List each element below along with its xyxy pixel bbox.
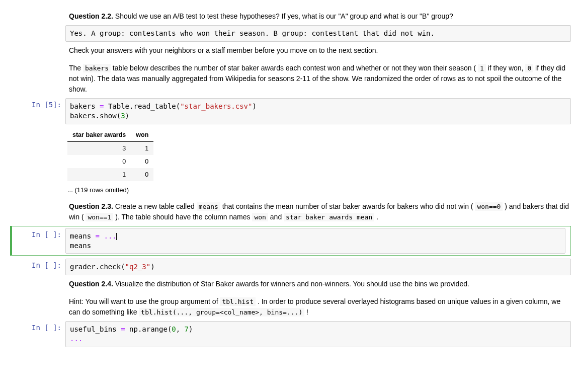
markdown-cell-q23: Question 2.3. Create a new table called … bbox=[0, 198, 576, 226]
answer-input[interactable]: Yes. A group: contestants who won their … bbox=[65, 25, 571, 42]
q22-label: Question 2.2. bbox=[69, 12, 113, 20]
q23-label: Question 2.3. bbox=[69, 202, 113, 210]
code-cell-grader[interactable]: In [ ]: grader.check("q2_3") bbox=[0, 259, 576, 275]
question-2-3: Question 2.3. Create a new table called … bbox=[69, 201, 571, 222]
prompt-5: In [5]: bbox=[0, 98, 65, 124]
notebook: Question 2.2. Should we use an A/B test … bbox=[0, 0, 576, 355]
col-star-baker: star baker awards bbox=[67, 128, 131, 142]
prompt-grader: In [ ]: bbox=[0, 259, 65, 275]
output-cell-5: star baker awards won 3 1 0 0 bbox=[0, 124, 576, 198]
bakers-table: star baker awards won 3 1 0 0 bbox=[67, 128, 153, 181]
table-row: 3 1 bbox=[67, 141, 153, 155]
markdown-cell-q22: Question 2.2. Should we use an A/B test … bbox=[0, 8, 576, 25]
table-row: 1 0 bbox=[67, 168, 153, 181]
one-code: 1 bbox=[478, 64, 486, 72]
code-cell-bins[interactable]: In [ ]: useful_bins = np.arange(0, 7) ..… bbox=[0, 321, 576, 347]
prompt-bins: In [ ]: bbox=[0, 321, 65, 347]
table-row: 0 0 bbox=[67, 155, 153, 168]
question-2-2: Question 2.2. Should we use an A/B test … bbox=[69, 11, 571, 22]
code-input-grader[interactable]: grader.check("q2_3") bbox=[65, 259, 571, 275]
code-input-means[interactable]: means = ... means bbox=[65, 228, 565, 254]
question-2-4: Question 2.4. Visualize the distribution… bbox=[69, 279, 571, 289]
code-cell-5[interactable]: In [5]: bakers = Table.read_table("star_… bbox=[0, 98, 576, 124]
code-input-bins[interactable]: useful_bins = np.arange(0, 7) ... bbox=[65, 321, 571, 347]
rows-omitted: ... (119 rows omitted) bbox=[67, 186, 571, 194]
markdown-cell-q24: Question 2.4. Visualize the distribution… bbox=[0, 275, 576, 321]
col-won: won bbox=[131, 128, 153, 142]
text-cursor bbox=[116, 233, 117, 240]
code-cell-means-selected[interactable]: In [ ]: means = ... means bbox=[10, 226, 571, 256]
q22-answer: Yes. A group: contestants who won their … bbox=[70, 29, 435, 37]
answer-cell-q22[interactable]: Yes. A group: contestants who won their … bbox=[0, 25, 576, 42]
q24-hint: Hint: You will want to use the group arg… bbox=[69, 296, 571, 318]
bakers-intro-text: The bakers table below describes the num… bbox=[69, 63, 571, 95]
markdown-cell-intro: Check your answers with your neighbors o… bbox=[0, 42, 576, 98]
bakers-code: bakers bbox=[83, 64, 111, 72]
code-input-5[interactable]: bakers = Table.read_table("star_bakers.c… bbox=[65, 98, 571, 124]
prompt-means: In [ ]: bbox=[12, 228, 65, 254]
output-table-area: star baker awards won 3 1 0 0 bbox=[65, 124, 571, 198]
check-neighbors-text: Check your answers with your neighbors o… bbox=[69, 45, 571, 56]
q24-label: Question 2.4. bbox=[69, 280, 113, 288]
zero-code: 0 bbox=[525, 64, 533, 72]
q22-text: Should we use an A/B test to test these … bbox=[113, 12, 453, 20]
